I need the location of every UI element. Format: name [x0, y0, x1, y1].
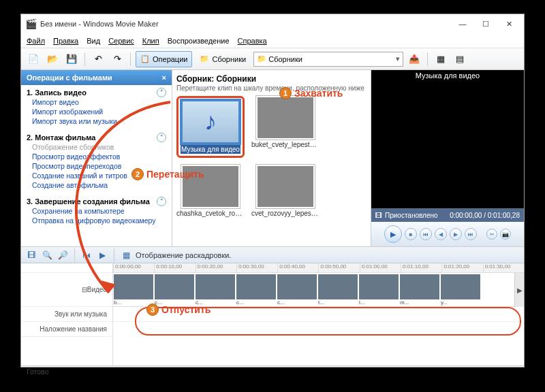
- tasks-header: Операции с фильмами×: [21, 70, 172, 85]
- menu-edit[interactable]: Правка: [53, 37, 78, 45]
- callout-drag: 2Перетащить: [131, 168, 204, 180]
- timeline-clip[interactable]: c...: [236, 274, 276, 306]
- play-timeline-icon[interactable]: ▶: [96, 249, 108, 261]
- task-section-edit[interactable]: 2. Монтаж фильма˄: [27, 133, 166, 142]
- task-import-images[interactable]: Импорт изображений: [27, 107, 166, 116]
- callout-drop: 3Отпустить: [146, 304, 211, 316]
- track-label-video: ⊟ Видео: [21, 273, 112, 307]
- app-window: 🎬 Без имени - Windows Movie Maker — ☐ ✕ …: [20, 14, 525, 368]
- music-note-icon: ♪: [183, 101, 238, 142]
- video-track[interactable]: b... c... c... c... c... t... l... m... …: [113, 273, 524, 307]
- minimize-button[interactable]: —: [452, 17, 473, 31]
- timeline-clip[interactable]: t...: [318, 274, 358, 306]
- timeline-clip[interactable]: l...: [359, 274, 399, 306]
- menu-file[interactable]: Файл: [27, 37, 45, 45]
- zoom-in-icon[interactable]: 🔍: [41, 249, 53, 261]
- timeline-toolbar: 🎞 🔍 🔎 ⏮ ▶ ▦ Отображение раскадровки.: [21, 247, 524, 263]
- task-send-camera[interactable]: Отправка на цифровую видеокамеру: [27, 216, 166, 225]
- stop-button[interactable]: ■: [405, 228, 417, 240]
- timeline-ruler[interactable]: 0:00:00,000:00:10,000:00:20,000:00:30,00…: [113, 263, 524, 273]
- task-automovie[interactable]: Создание автофильма: [27, 180, 166, 190]
- collection-combo[interactable]: 📁 Сборники▾: [253, 52, 403, 67]
- menu-view[interactable]: Вид: [87, 37, 100, 45]
- thumb-label: buket_cvety_lepestki_be...: [251, 141, 320, 148]
- toolbar: 📄 📂 💾 ↶ ↷ 📋Операции 📁Сборники 📁 Сборники…: [21, 48, 524, 70]
- snapshot-button[interactable]: 📷: [500, 229, 511, 240]
- prev-button[interactable]: ⏮: [420, 228, 432, 240]
- timeline-clip[interactable]: c...: [155, 274, 194, 306]
- menu-help[interactable]: Справка: [238, 37, 267, 45]
- new-button[interactable]: 📄: [25, 51, 42, 67]
- next-button[interactable]: ⏭: [465, 228, 477, 240]
- menu-clip[interactable]: Клип: [142, 37, 159, 45]
- chevron-up-icon: ˄: [157, 88, 166, 97]
- preview-video: Музыка для видео: [371, 70, 524, 208]
- close-button[interactable]: ✕: [498, 17, 520, 31]
- tasks-close-icon[interactable]: ×: [162, 74, 166, 82]
- preview-title: Музыка для видео: [371, 71, 524, 80]
- task-show-collections[interactable]: Отображение сборников: [27, 142, 166, 152]
- collections-button[interactable]: 📁Сборники: [195, 51, 251, 67]
- task-section-finish[interactable]: 3. Завершение создания фильма˄: [27, 197, 166, 206]
- timeline-clip[interactable]: b...: [114, 274, 153, 306]
- operations-button[interactable]: 📋Операции: [136, 51, 192, 67]
- split-button[interactable]: ✂: [486, 229, 497, 240]
- preview-pane: Музыка для видео 🎞 Приостановлено 0:00:0…: [371, 70, 524, 246]
- timeline-mode-label: Отображение раскадровки.: [136, 251, 231, 259]
- thumb-label: chashka_cvetok_roza_8...: [176, 210, 245, 217]
- zoom-out-icon[interactable]: 🔎: [57, 249, 69, 261]
- timeline-clip[interactable]: m...: [400, 274, 439, 306]
- preview-status-text: Приостановлено: [385, 212, 438, 219]
- track-label-audio: Звук или музыка: [21, 307, 112, 322]
- window-title: Без имени - Windows Movie Maker: [40, 20, 159, 28]
- maximize-button[interactable]: ☐: [475, 17, 497, 31]
- thumb-music[interactable]: ♪ Музыка для видео: [176, 96, 245, 158]
- task-save-computer[interactable]: Сохранение на компьютере: [27, 206, 166, 216]
- film-icon: 🎞: [375, 212, 382, 219]
- preview-timecode: 0:00:00,00 / 0:01:00,28: [450, 212, 520, 219]
- collection-title: Сборник: Сборники: [176, 74, 367, 84]
- task-section-capture[interactable]: 1. Запись видео˄: [27, 88, 166, 97]
- statusbar: Готово: [21, 365, 524, 379]
- task-view-fx[interactable]: Просмотр видеоэффектов: [27, 152, 166, 161]
- timeline-view-icon[interactable]: 🎞: [25, 249, 37, 261]
- thumb-item[interactable]: buket_cvety_lepestki_be...: [251, 96, 320, 158]
- storyboard-icon[interactable]: ▦: [120, 249, 132, 261]
- menubar: Файл Правка Вид Сервис Клип Воспроизведе…: [21, 33, 524, 48]
- task-import-audio[interactable]: Импорт звука или музыки: [27, 116, 166, 126]
- chevron-up-icon: ˄: [157, 197, 166, 206]
- save-button[interactable]: 💾: [63, 51, 80, 67]
- thumb-label: Музыка для видео: [181, 145, 240, 154]
- preview-statusbar: 🎞 Приостановлено 0:00:00,00 / 0:01:00,28: [371, 208, 524, 222]
- preview-controls: ▶ ■ ⏮ ◀ ▶ ⏭ ✂ 📷: [371, 222, 524, 246]
- view-thumbs-button[interactable]: ▦: [433, 51, 449, 67]
- app-icon: 🎬: [25, 18, 36, 29]
- step-back-button[interactable]: ◀: [435, 228, 447, 240]
- menu-play[interactable]: Воспроизведение: [168, 37, 230, 45]
- chevron-up-icon: ˄: [157, 133, 166, 142]
- callout-grab: 1Захватить: [279, 87, 343, 99]
- rewind-icon[interactable]: ⏮: [80, 249, 93, 261]
- thumb-label: cvet_rozovyy_lepestki_r...: [251, 210, 320, 217]
- undo-button[interactable]: ↶: [90, 51, 106, 67]
- timeline-clip[interactable]: c...: [196, 274, 235, 306]
- open-button[interactable]: 📂: [44, 51, 61, 67]
- tasks-panel: Операции с фильмами× 1. Запись видео˄ Им…: [21, 70, 172, 246]
- track-label-overlay: Наложение названия: [21, 322, 112, 337]
- timeline-clip[interactable]: y...: [441, 274, 480, 306]
- redo-button[interactable]: ↷: [109, 51, 125, 67]
- timeline-scroll-right[interactable]: ▶: [514, 273, 524, 307]
- timeline: ⊟ Видео Звук или музыка Наложение назван…: [21, 263, 524, 365]
- up-button[interactable]: 📤: [406, 51, 422, 67]
- view-details-button[interactable]: ▤: [452, 51, 468, 67]
- play-button[interactable]: ▶: [384, 225, 402, 243]
- titlebar: 🎬 Без имени - Windows Movie Maker — ☐ ✕: [21, 14, 524, 33]
- timeline-clip[interactable]: c...: [277, 274, 317, 306]
- step-fwd-button[interactable]: ▶: [450, 228, 462, 240]
- menu-service[interactable]: Сервис: [108, 37, 134, 45]
- thumb-item[interactable]: cvet_rozovyy_lepestki_r...: [251, 165, 320, 217]
- task-import-video[interactable]: Импорт видео: [27, 97, 166, 107]
